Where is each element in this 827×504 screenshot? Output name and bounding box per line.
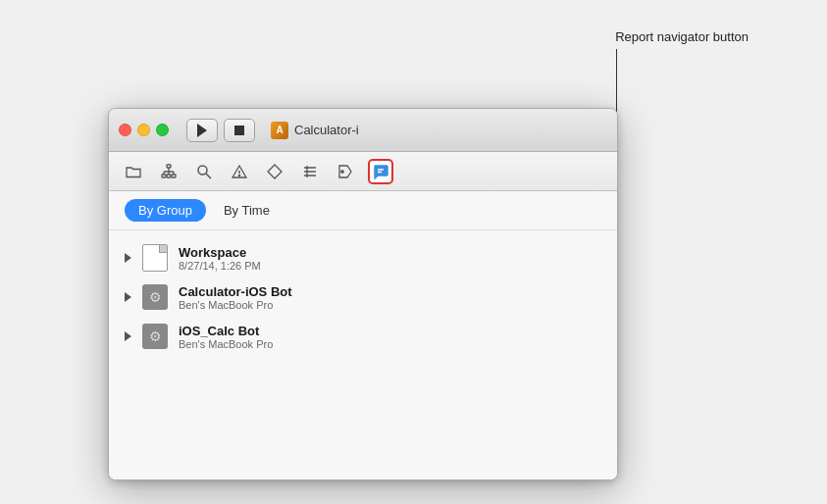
mac-window: A Calculator-i xyxy=(108,108,618,480)
item-subtitle: Ben's MacBook Pro xyxy=(179,338,273,350)
workspace-icon xyxy=(141,244,169,272)
svg-point-17 xyxy=(341,170,343,172)
item-title: Workspace xyxy=(179,245,261,260)
title-bar: A Calculator-i xyxy=(109,109,617,152)
traffic-lights xyxy=(119,124,169,136)
bot-icon xyxy=(141,283,169,311)
item-text: iOS_Calc Bot Ben's MacBook Pro xyxy=(179,324,273,350)
maximize-button[interactable] xyxy=(156,124,169,136)
source-control-icon[interactable] xyxy=(262,159,287,184)
minimize-button[interactable] xyxy=(137,124,150,136)
svg-rect-3 xyxy=(172,175,176,177)
test-icon[interactable] xyxy=(297,159,323,184)
debug-icon[interactable] xyxy=(333,159,358,184)
navigator-bar xyxy=(109,152,617,191)
app-title: A Calculator-i xyxy=(271,122,359,139)
close-button[interactable] xyxy=(119,124,131,136)
by-group-tab[interactable]: By Group xyxy=(125,199,206,222)
app-title-text: Calculator-i xyxy=(294,123,359,137)
item-subtitle: 8/27/14, 1:26 PM xyxy=(179,260,261,272)
folder-icon[interactable] xyxy=(121,159,146,184)
list-item[interactable]: Workspace 8/27/14, 1:26 PM xyxy=(109,238,617,277)
stop-icon xyxy=(234,126,244,135)
expand-arrow xyxy=(125,292,131,302)
report-navigator-button[interactable] xyxy=(368,159,393,184)
list-item[interactable]: Calculator-iOS Bot Ben's MacBook Pro xyxy=(109,277,617,317)
content-area: By Group By Time Workspace 8/27/14, 1:26… xyxy=(109,191,617,479)
svg-rect-2 xyxy=(167,175,171,177)
item-subtitle: Ben's MacBook Pro xyxy=(179,299,292,311)
warning-icon[interactable] xyxy=(227,159,252,184)
expand-arrow xyxy=(125,253,131,263)
item-text: Workspace 8/27/14, 1:26 PM xyxy=(179,245,261,272)
svg-point-9 xyxy=(198,166,207,175)
toolbar-buttons xyxy=(186,119,255,142)
list-item[interactable]: iOS_Calc Bot Ben's MacBook Pro xyxy=(109,317,617,356)
svg-rect-0 xyxy=(167,165,171,168)
svg-point-12 xyxy=(238,175,239,176)
list-area: Workspace 8/27/14, 1:26 PM Calculator-iO… xyxy=(109,230,617,479)
item-text: Calculator-iOS Bot Ben's MacBook Pro xyxy=(179,284,292,311)
play-button[interactable] xyxy=(186,119,218,142)
bot-icon xyxy=(141,323,169,350)
svg-rect-1 xyxy=(162,175,166,177)
svg-line-10 xyxy=(206,174,211,178)
annotation-label: Report navigator button xyxy=(615,29,749,44)
expand-arrow xyxy=(125,331,131,341)
search-icon[interactable] xyxy=(191,159,217,184)
play-icon xyxy=(197,124,207,137)
by-time-tab[interactable]: By Time xyxy=(210,199,284,222)
stop-button[interactable] xyxy=(224,119,255,142)
hierarchy-icon[interactable] xyxy=(156,159,181,184)
filter-tabs: By Group By Time xyxy=(109,191,617,230)
app-icon: A xyxy=(271,122,288,139)
item-title: iOS_Calc Bot xyxy=(179,324,273,338)
item-title: Calculator-iOS Bot xyxy=(179,284,292,299)
